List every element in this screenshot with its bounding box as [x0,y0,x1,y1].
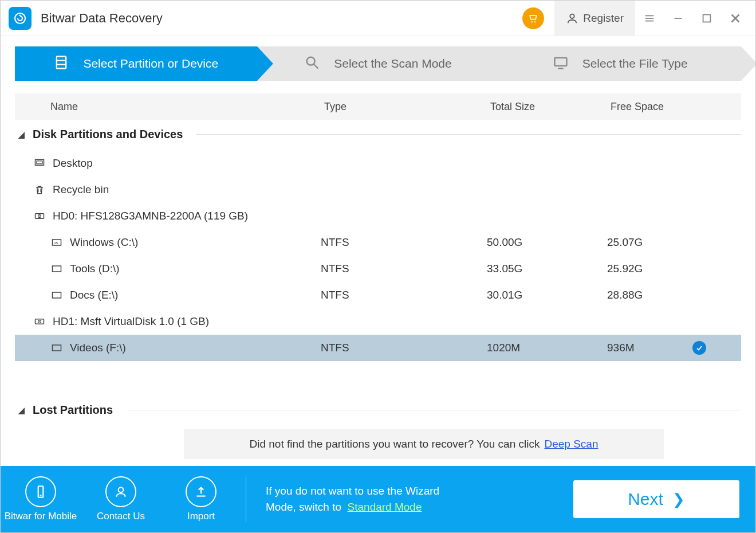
footer-msg-line1: If you do not want to use the Wizard [266,483,439,500]
register-button[interactable]: Register [554,1,635,36]
menu-button[interactable] [635,1,664,36]
minimize-button[interactable] [664,1,692,36]
step-select-partition[interactable]: Select Partition or Device [15,46,257,81]
svg-point-14 [307,57,315,65]
footer-mobile-label: Bitwar for Mobile [5,511,77,522]
drive-icon [49,263,64,275]
step-file-type[interactable]: Select the File Type [499,46,741,81]
partition-c-type: NTFS [321,236,487,249]
divider [127,410,741,410]
cart-icon [527,13,539,24]
cart-button[interactable] [522,7,544,29]
partition-e-type: NTFS [321,289,487,301]
svg-point-1 [531,21,533,22]
svg-point-2 [534,21,536,22]
svg-text:os: os [54,241,58,245]
col-free: Free Space [611,101,708,113]
partition-c[interactable]: os Windows (C:\) NTFS 50.00G 25.07G [15,229,741,256]
item-disk1[interactable]: HD1: Msft VirtualDisk 1.0 (1 GB) [15,308,741,335]
maximize-icon [700,12,713,25]
trash-icon [32,184,47,195]
svg-point-35 [119,487,124,492]
item-desktop[interactable]: Desktop [15,150,741,177]
next-button[interactable]: Next ❯ [573,480,739,518]
collapse-icon: ◢ [18,406,25,415]
svg-point-24 [40,216,40,217]
svg-point-3 [570,14,574,18]
svg-point-34 [40,495,41,496]
partition-e[interactable]: Docs (E:\) NTFS 30.01G 28.88G [15,282,741,308]
partition-c-total: 50.00G [487,236,607,249]
partition-f[interactable]: Videos (F:\) NTFS 1020M 936M [15,335,741,361]
lost-partitions-section: ◢ Lost Partitions [15,395,741,426]
svg-rect-28 [53,292,61,298]
item-disk0[interactable]: HD0: HFS128G3AMNB-2200A (119 GB) [15,203,741,229]
user-icon [566,12,578,25]
collapse-icon: ◢ [18,130,25,139]
drive-icon [49,342,64,354]
partition-f-total: 1020M [487,342,607,354]
svg-rect-11 [57,56,66,68]
footer-contact-label: Contact Us [97,511,145,522]
disk1-label: HD1: Msft VirtualDisk 1.0 (1 GB) [53,315,209,328]
col-total: Total Size [490,101,611,113]
footer-separator [246,476,246,522]
maximize-button[interactable] [692,1,721,36]
partition-f-name: Videos (F:\) [70,342,126,354]
partition-d-total: 33.05G [487,262,607,275]
close-button[interactable] [721,1,750,36]
menu-icon [643,12,656,25]
step-scan-mode[interactable]: Select the Scan Mode [257,46,499,81]
footer-mobile-button[interactable]: Bitwar for Mobile [1,476,81,522]
footer: Bitwar for Mobile Contact Us Import If y… [1,466,755,532]
minimize-icon [672,12,684,25]
partition-c-name: Windows (C:\) [70,236,138,249]
col-type: Type [324,101,490,113]
os-drive-icon: os [49,237,64,248]
svg-rect-27 [53,266,61,272]
svg-line-15 [314,64,318,68]
svg-rect-16 [554,57,566,65]
group-disk-partitions[interactable]: ◢ Disk Partitions and Devices [15,120,741,150]
desktop-label: Desktop [53,157,93,170]
item-recycle-bin[interactable]: Recycle bin [15,177,741,203]
svg-rect-8 [703,14,711,22]
partition-d[interactable]: Tools (D:\) NTFS 33.05G 25.92G [15,256,741,282]
titlebar: Bitwar Data Recovery Register [1,1,755,36]
partition-f-free: 936M [607,342,685,354]
selected-check-icon [692,341,706,355]
import-icon [186,476,216,507]
standard-mode-link[interactable]: Standard Mode [348,501,422,513]
partition-list: ◢ Disk Partitions and Devices Desktop Re… [15,120,741,361]
chevron-right-icon: ❯ [672,491,685,508]
step1-label: Select Partition or Device [83,57,218,70]
app-title: Bitwar Data Recovery [41,11,163,26]
footer-import-button[interactable]: Import [161,476,241,522]
partition-d-type: NTFS [321,262,487,275]
col-name: Name [15,101,324,113]
section2-title: Lost Partitions [33,403,113,417]
footer-import-label: Import [187,511,215,522]
partition-d-free: 25.92G [607,262,685,275]
footer-message: If you do not want to use the Wizard Mod… [266,483,439,516]
svg-rect-32 [53,345,61,351]
next-label: Next [628,489,663,509]
partition-icon [53,54,69,73]
partition-e-total: 30.01G [487,289,607,301]
footer-contact-button[interactable]: Contact Us [81,476,161,522]
partition-d-name: Tools (D:\) [70,262,120,275]
partition-e-free: 28.88G [607,289,685,301]
close-icon [729,12,742,25]
monitor-icon [553,54,569,73]
section1-title: Disk Partitions and Devices [33,128,183,141]
drive-icon [49,289,64,301]
recycle-label: Recycle bin [53,183,109,196]
svg-rect-19 [37,161,42,164]
mobile-icon [25,476,56,507]
deep-scan-link[interactable]: Deep Scan [544,438,598,450]
app-logo [9,7,32,30]
banner-text: Did not find the partitions you want to … [250,438,540,450]
group-lost-partitions[interactable]: ◢ Lost Partitions [15,395,741,426]
desktop-icon [32,158,47,169]
column-headers: Name Type Total Size Free Space [15,93,741,120]
